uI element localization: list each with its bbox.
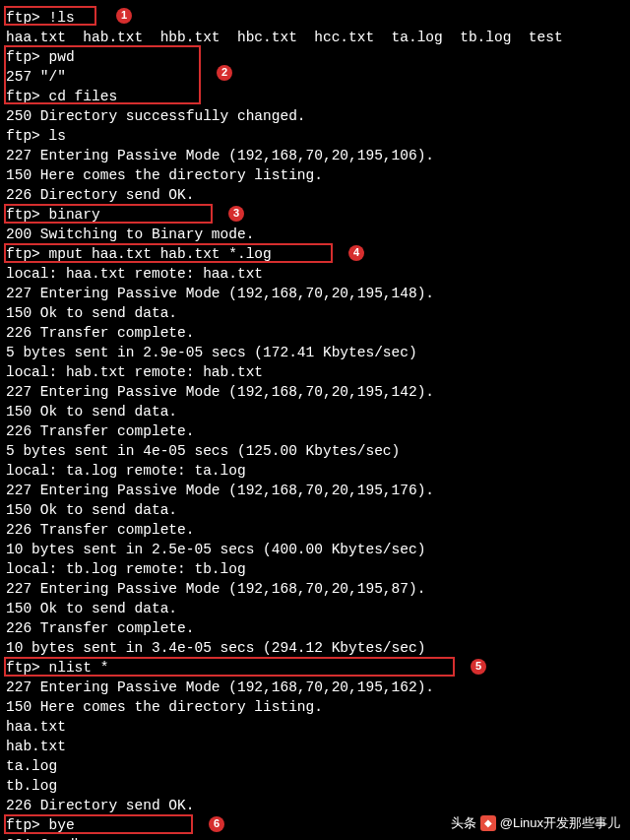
terminal-line: ftp> ls [6,126,624,146]
terminal-line: 150 Ok to send data. [6,303,624,323]
terminal-line: 226 Directory send OK. [6,796,624,815]
annotation-badge: 5 [471,659,486,675]
terminal-line: 226 Directory send OK. [6,185,624,205]
terminal-line: 5 bytes sent in 4e-05 secs (125.00 Kbyte… [6,441,624,461]
terminal-line: ta.log [6,756,624,776]
terminal-line: haa.txt hab.txt hbb.txt hbc.txt hcc.txt … [6,28,624,47]
terminal-line: 226 Transfer complete. [6,323,624,343]
terminal-output: ftp> !lshaa.txt hab.txt hbb.txt hbc.txt … [6,8,624,840]
terminal-line: 227 Entering Passive Mode (192,168,70,20… [6,146,624,165]
terminal-line: local: ta.log remote: ta.log [6,461,624,481]
watermark-prefix: 头条 [451,814,476,832]
terminal-line: 221 Goodbye. [6,835,624,840]
annotation-badge: 2 [217,65,232,81]
annotation-badge: 1 [116,8,132,24]
annotation-badge: 3 [228,206,244,222]
terminal-line: 226 Transfer complete. [6,618,624,638]
terminal-line: 227 Entering Passive Mode (192,168,70,20… [6,579,624,599]
annotation-badge: 4 [348,245,364,261]
terminal-line: 226 Transfer complete. [6,421,624,441]
terminal-line: 227 Entering Passive Mode (192,168,70,20… [6,284,624,303]
terminal-line: 10 bytes sent in 3.4e-05 secs (294.12 Kb… [6,638,624,658]
terminal-line: 257 "/" [6,67,624,87]
terminal-line: hab.txt [6,737,624,756]
terminal-line: 226 Transfer complete. [6,520,624,540]
terminal-line: 200 Switching to Binary mode. [6,225,624,244]
watermark: 头条 ◆ @Linux开发那些事儿 [451,814,620,832]
terminal-line: local: haa.txt remote: haa.txt [6,264,624,284]
terminal-line: 150 Here comes the directory listing. [6,697,624,717]
watermark-text: @Linux开发那些事儿 [500,814,620,832]
terminal-line: ftp> binary [6,205,624,225]
terminal-line: 150 Ok to send data. [6,599,624,618]
watermark-logo-icon: ◆ [480,815,496,831]
terminal-line: 250 Directory successfully changed. [6,106,624,126]
annotation-badge: 6 [209,816,224,832]
terminal-line: 150 Ok to send data. [6,500,624,520]
terminal-line: local: tb.log remote: tb.log [6,559,624,579]
terminal-line: haa.txt [6,717,624,737]
terminal-line: ftp> pwd [6,47,624,67]
terminal-line: tb.log [6,776,624,796]
terminal-line: ftp> mput haa.txt hab.txt *.log [6,244,624,264]
terminal-line: 10 bytes sent in 2.5e-05 secs (400.00 Kb… [6,540,624,559]
terminal-line: 227 Entering Passive Mode (192,168,70,20… [6,382,624,402]
terminal-line: 227 Entering Passive Mode (192,168,70,20… [6,678,624,697]
terminal-line: 150 Ok to send data. [6,402,624,421]
terminal-line: 227 Entering Passive Mode (192,168,70,20… [6,481,624,500]
terminal-line: ftp> nlist * [6,658,624,678]
terminal-line: ftp> cd files [6,87,624,106]
terminal-line: 5 bytes sent in 2.9e-05 secs (172.41 Kby… [6,343,624,362]
terminal-line: 150 Here comes the directory listing. [6,165,624,185]
terminal-line: local: hab.txt remote: hab.txt [6,362,624,382]
terminal-line: ftp> !ls [6,8,624,28]
